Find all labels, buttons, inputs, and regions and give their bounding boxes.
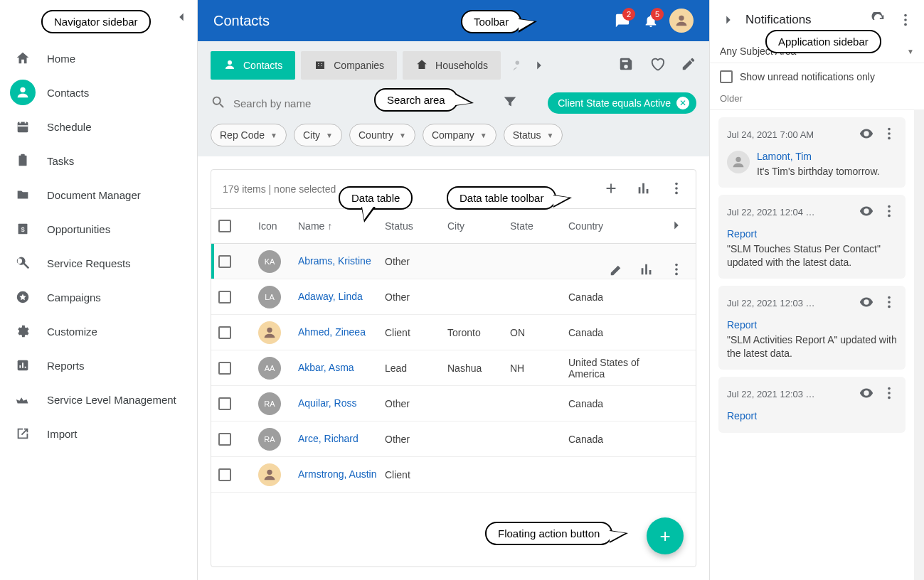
column-state[interactable]: State xyxy=(510,220,568,232)
remove-filter-icon[interactable]: ✕ xyxy=(676,97,689,109)
row-chart-icon[interactable] xyxy=(639,262,654,280)
eye-icon[interactable] xyxy=(859,126,874,144)
sidebar-more-icon[interactable] xyxy=(896,12,915,28)
column-city[interactable]: City xyxy=(447,220,510,232)
cell-status: Lead xyxy=(385,358,447,378)
svg-point-14 xyxy=(675,187,678,190)
add-button[interactable] xyxy=(603,181,619,198)
svg-rect-3 xyxy=(21,154,25,157)
contact-name-link[interactable]: Akbar, Asma xyxy=(298,357,385,378)
tab-partial-icon[interactable] xyxy=(509,51,529,80)
nav-item-campaigns[interactable]: Campaigns xyxy=(0,280,197,314)
sidebar-collapse-button[interactable] xyxy=(171,7,191,27)
filter-chip-company[interactable]: Company▼ xyxy=(423,124,496,146)
contact-name-link[interactable]: Arce, Richard xyxy=(298,428,385,449)
row-checkbox[interactable] xyxy=(218,362,231,375)
notification-card[interactable]: Jul 22, 2021 12:04 … Report "SLM Touches… xyxy=(718,195,906,279)
svg-point-23 xyxy=(904,23,907,26)
notification-more-icon[interactable] xyxy=(881,203,897,221)
chart-icon[interactable] xyxy=(636,181,652,198)
nav-item-service-requests[interactable]: Service Requests xyxy=(0,246,197,280)
table-summary: 179 items | none selected xyxy=(223,183,336,195)
unread-only-checkbox[interactable] xyxy=(720,70,733,83)
edit-icon[interactable] xyxy=(681,56,696,75)
bell-icon[interactable]: 5 xyxy=(637,6,665,35)
column-icon[interactable]: Icon xyxy=(258,220,298,232)
row-more-icon[interactable] xyxy=(669,262,684,280)
slm-icon xyxy=(14,391,31,408)
sidebar-scrollbar[interactable] xyxy=(914,109,924,580)
table-row[interactable]: LA Adaway, Linda Other Canada xyxy=(211,279,696,315)
eye-icon[interactable] xyxy=(859,385,874,403)
filter-chip-city[interactable]: City▼ xyxy=(294,124,342,146)
table-row[interactable]: Ahmed, Zineea Client Toronto ON Canada xyxy=(211,315,696,350)
nav-item-document-manager[interactable]: Document Manager xyxy=(0,178,197,212)
user-avatar[interactable] xyxy=(669,9,694,33)
notification-more-icon[interactable] xyxy=(881,126,897,144)
column-scroll-right[interactable] xyxy=(669,218,684,235)
table-row[interactable]: AA Akbar, Asma Lead Nashua NH United Sta… xyxy=(211,350,696,386)
nav-item-customize[interactable]: Customize xyxy=(0,314,197,348)
sidebar-expand-icon[interactable] xyxy=(718,12,738,28)
table-row[interactable]: KA Abrams, Kristine Other xyxy=(211,244,696,279)
eye-icon[interactable] xyxy=(859,203,874,221)
notification-card[interactable]: Jul 24, 2021 7:00 AM Lamont, Tim It's Ti… xyxy=(718,117,906,188)
contact-name-link[interactable]: Abrams, Kristine xyxy=(298,250,385,272)
column-status[interactable]: Status xyxy=(385,220,447,232)
floating-action-button[interactable]: + xyxy=(647,517,684,554)
save-icon[interactable] xyxy=(618,56,634,75)
row-checkbox[interactable] xyxy=(218,433,231,446)
select-all-checkbox[interactable] xyxy=(218,220,231,232)
cell-city xyxy=(447,435,510,444)
row-checkbox[interactable] xyxy=(218,468,231,481)
svg-point-28 xyxy=(888,205,891,208)
contact-initials: KA xyxy=(258,250,281,273)
row-checkbox[interactable] xyxy=(218,291,231,304)
contact-name-link[interactable]: Aquilar, Ross xyxy=(298,392,385,414)
active-filter-chip[interactable]: Client State equals Active ✕ xyxy=(548,92,696,114)
notification-more-icon[interactable] xyxy=(881,385,897,403)
table-row[interactable]: RA Aquilar, Ross Other Canada xyxy=(211,386,696,421)
table-row[interactable]: Armstrong, Austin Client xyxy=(211,457,696,493)
more-icon[interactable] xyxy=(669,181,684,198)
tab-households[interactable]: Households xyxy=(403,51,501,80)
row-checkbox[interactable] xyxy=(218,326,231,339)
refresh-icon[interactable] xyxy=(869,12,888,28)
filter-chip-rep-code[interactable]: Rep Code▼ xyxy=(211,124,287,146)
notification-title[interactable]: Report xyxy=(727,410,757,421)
notification-title[interactable]: Lamont, Tim xyxy=(757,151,880,162)
eye-icon[interactable] xyxy=(859,294,874,312)
column-country[interactable]: Country xyxy=(568,220,661,232)
notification-card[interactable]: Jul 22, 2021 12:03 … Report "SLM Activit… xyxy=(718,286,906,370)
tab-scroll-right-button[interactable] xyxy=(529,51,549,80)
nav-item-service-level-management[interactable]: Service Level Management xyxy=(0,382,197,417)
notification-title[interactable]: Report xyxy=(727,319,897,331)
tab-contacts[interactable]: Contacts xyxy=(211,51,295,80)
contact-name-link[interactable]: Adaway, Linda xyxy=(298,286,385,307)
nav-item-opportunities[interactable]: $Opportunities xyxy=(0,212,197,246)
contact-name-link[interactable]: Armstrong, Austin xyxy=(298,463,385,485)
table-row[interactable]: RA Arce, Richard Other Canada xyxy=(211,421,696,457)
nav-item-home[interactable]: Home xyxy=(0,41,197,75)
nav-item-contacts[interactable]: Contacts xyxy=(0,75,197,109)
notification-more-icon[interactable] xyxy=(881,294,897,312)
filter-chip-status[interactable]: Status▼ xyxy=(504,124,563,146)
chat-icon[interactable]: 2 xyxy=(608,6,637,35)
row-checkbox[interactable] xyxy=(218,255,231,268)
row-checkbox[interactable] xyxy=(218,397,231,410)
row-edit-icon[interactable] xyxy=(609,262,625,280)
cell-status: Other xyxy=(385,287,447,307)
notification-card[interactable]: Jul 22, 2021 12:03 … Report xyxy=(718,377,906,433)
nav-item-import[interactable]: Import xyxy=(0,417,197,451)
nav-item-tasks[interactable]: Tasks xyxy=(0,144,197,178)
svg-point-26 xyxy=(888,137,891,140)
search-input[interactable]: Search by name xyxy=(211,95,344,112)
filter-chip-country[interactable]: Country▼ xyxy=(349,124,415,146)
filter-icon[interactable] xyxy=(496,94,524,112)
tab-companies[interactable]: Companies xyxy=(301,51,397,80)
nav-item-schedule[interactable]: Schedule xyxy=(0,109,197,144)
nav-item-reports[interactable]: Reports xyxy=(0,348,197,382)
favorite-icon[interactable] xyxy=(649,56,665,75)
contact-name-link[interactable]: Ahmed, Zineea xyxy=(298,321,385,343)
notification-title[interactable]: Report xyxy=(727,228,897,240)
